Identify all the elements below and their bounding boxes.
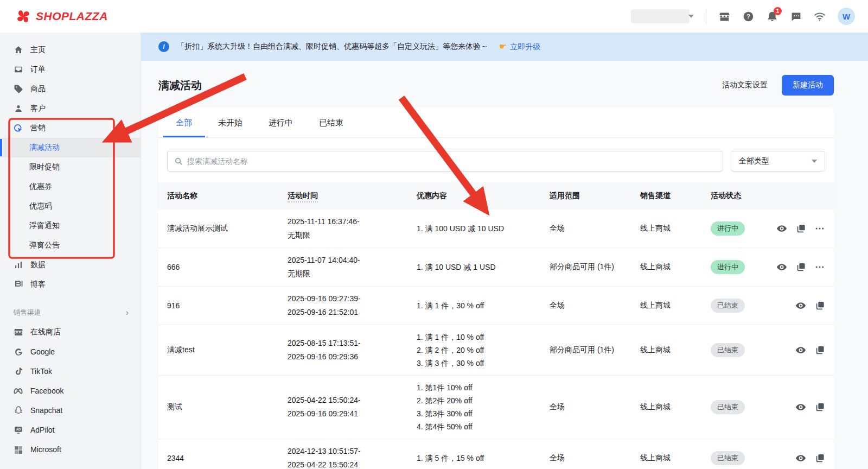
campaign-status: 已结束 <box>711 299 773 313</box>
campaign-list-card: 全部未开始进行中已结束 全部类型 活动名称 活动时间 优惠内容 适用范围 销售渠… <box>158 107 834 469</box>
sidebar-subitem[interactable]: 限时促销 <box>0 157 141 177</box>
table-row: 2344 2024-12-13 10:51:57-2025-04-22 15:5… <box>158 439 834 469</box>
sales-channels-header[interactable]: 销售渠道 › <box>0 303 141 322</box>
status-tabs: 全部未开始进行中已结束 <box>158 107 834 138</box>
preview-eye-icon[interactable] <box>776 262 787 272</box>
campaign-name: 满减活动展示测试 <box>167 224 288 233</box>
status-badge: 已结束 <box>711 299 745 313</box>
copy-settings-button[interactable]: 活动文案设置 <box>722 80 768 90</box>
orders-icon <box>13 65 23 75</box>
sidebar-channel-google[interactable]: Google <box>0 342 141 362</box>
campaign-scope: 部分商品可用 (1件) <box>550 262 640 272</box>
channel-label: TikTok <box>30 367 52 376</box>
preview-eye-icon[interactable] <box>795 453 806 464</box>
sidebar-subitem[interactable]: 优惠码 <box>0 197 141 216</box>
sidebar-item-label: 商品 <box>30 84 46 94</box>
sidebar-item-home[interactable]: 主页 <box>0 40 141 60</box>
campaign-offer-content: 1. 满 100 USD 减 10 USD <box>417 222 550 235</box>
type-filter-dropdown[interactable]: 全部类型 <box>731 151 825 172</box>
col-header-status: 活动状态 <box>711 191 773 201</box>
products-tag-icon <box>13 84 23 94</box>
duplicate-icon[interactable] <box>795 223 806 234</box>
sidebar-item-marketing[interactable]: 营销 <box>0 118 141 138</box>
tab-进行中[interactable]: 进行中 <box>256 107 306 137</box>
shoplazza-logo-icon <box>15 8 31 24</box>
table-row: 满减test 2025-08-15 17:13:51-2025-09-16 09… <box>158 325 834 375</box>
duplicate-icon[interactable] <box>814 402 825 413</box>
col-header-time: 活动时间 <box>288 191 417 201</box>
sidebar-channel-tiktok[interactable]: TikTok <box>0 362 141 381</box>
preview-eye-icon[interactable] <box>776 223 787 234</box>
preview-eye-icon[interactable] <box>795 402 806 413</box>
upgrade-banner: i 「折扣」系统大升级！自由组合满减、限时促销、优惠码等超多「自定义玩法」等您来… <box>141 33 868 61</box>
search-input[interactable] <box>187 157 716 166</box>
sidebar-item-products[interactable]: 商品 <box>0 79 141 99</box>
adpilot-icon: AD <box>13 425 23 435</box>
more-actions-icon[interactable] <box>814 223 825 234</box>
customers-icon <box>13 104 23 114</box>
campaign-name: 满减test <box>167 345 288 355</box>
sidebar-channel-adpilot[interactable]: AD AdPilot <box>0 420 141 440</box>
logo-wordmark: SHOPLAZZA <box>36 10 108 23</box>
sidebar-item-analytics[interactable]: 数据 <box>0 255 141 275</box>
campaign-scope: 全场 <box>550 301 640 310</box>
chevron-down-icon <box>688 15 694 18</box>
status-badge: 进行中 <box>711 260 745 274</box>
help-icon[interactable]: ? <box>742 10 754 22</box>
chat-icon[interactable] <box>790 10 802 22</box>
sidebar-subitem[interactable]: 优惠券 <box>0 177 141 197</box>
sidebar-channel-snapchat[interactable]: Snapchat <box>0 401 141 420</box>
home-icon <box>13 45 23 55</box>
tab-已结束[interactable]: 已结束 <box>306 107 356 137</box>
notifications-bell-icon[interactable]: 1 <box>766 10 778 22</box>
preview-eye-icon[interactable] <box>795 300 806 311</box>
top-header: SHOPLAZZA ? 1 W <box>0 0 868 33</box>
storefront-icon[interactable] <box>718 10 730 22</box>
duplicate-icon[interactable] <box>814 345 825 356</box>
col-header-content: 优惠内容 <box>417 191 550 201</box>
network-status-icon[interactable] <box>814 10 826 22</box>
sidebar-subitem[interactable]: 弹窗公告 <box>0 236 141 255</box>
more-actions-icon[interactable] <box>814 262 825 272</box>
campaign-name: 666 <box>167 263 288 271</box>
sidebar-item-label: 营销 <box>30 123 46 133</box>
upgrade-now-link[interactable]: 立即升级 <box>510 42 540 51</box>
tab-全部[interactable]: 全部 <box>163 107 205 137</box>
store-name-redacted <box>631 9 690 23</box>
campaign-time: 2025-04-22 15:50:24-2025-09-16 09:29:41 <box>288 394 417 421</box>
create-campaign-button[interactable]: 新建活动 <box>782 75 834 96</box>
duplicate-icon[interactable] <box>814 453 825 464</box>
sidebar-item-label: 客户 <box>30 104 46 113</box>
duplicate-icon[interactable] <box>814 300 825 311</box>
sidebar-channel-facebook[interactable]: Facebook <box>0 381 141 401</box>
search-icon <box>174 157 183 166</box>
channel-label: 在线商店 <box>30 327 61 337</box>
campaign-offer-content: 1. 满 1 件，30 % off <box>417 299 550 312</box>
channel-label: AdPilot <box>30 426 54 434</box>
campaign-offer-content: 1. 满 10 USD 减 1 USD <box>417 261 550 274</box>
store-selector[interactable] <box>631 9 694 23</box>
sidebar-channel-online-store[interactable]: 在线商店 <box>0 322 141 342</box>
sidebar-channel-microsoft[interactable]: Microsoft <box>0 440 141 459</box>
user-avatar[interactable]: W <box>838 8 855 25</box>
channel-label: Microsoft <box>30 445 61 454</box>
tiktok-icon <box>13 366 23 377</box>
sidebar-item-label: 数据 <box>30 260 46 270</box>
campaign-status: 已结束 <box>711 343 773 357</box>
campaign-name: 测试 <box>167 402 288 412</box>
sidebar-item-blog[interactable]: 博客 <box>0 275 141 294</box>
preview-eye-icon[interactable] <box>795 345 806 356</box>
google-icon <box>13 347 23 357</box>
duplicate-icon[interactable] <box>795 262 806 272</box>
campaign-time: 2025-08-15 17:13:51-2025-09-16 09:29:36 <box>288 337 417 364</box>
sidebar-item-orders[interactable]: 订单 <box>0 60 141 79</box>
tab-未开始[interactable]: 未开始 <box>205 107 256 137</box>
campaign-status: 进行中 <box>711 221 773 236</box>
sidebar-subitem[interactable]: 满减活动 <box>0 138 141 157</box>
campaign-name: 2344 <box>167 454 288 462</box>
search-box[interactable] <box>167 151 723 172</box>
sidebar-subitem[interactable]: 浮窗通知 <box>0 216 141 236</box>
campaign-status: 进行中 <box>711 260 773 274</box>
campaign-time: 2025-11-11 16:37:46-无期限 <box>288 215 417 242</box>
sidebar-item-customers[interactable]: 客户 <box>0 99 141 118</box>
